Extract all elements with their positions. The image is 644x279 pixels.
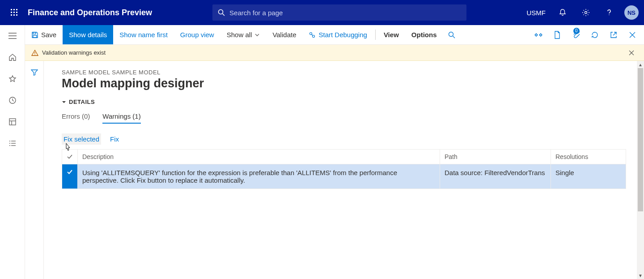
company-picker[interactable]: USMF bbox=[523, 9, 550, 17]
warning-triangle-icon bbox=[31, 49, 38, 56]
options-menu[interactable]: Options bbox=[405, 25, 443, 44]
tab-warnings[interactable]: Warnings (1) bbox=[102, 112, 140, 124]
row-checkbox[interactable] bbox=[62, 164, 78, 189]
start-debugging-button[interactable]: Start Debugging bbox=[302, 25, 373, 44]
filter-icon[interactable] bbox=[27, 65, 42, 80]
view-menu[interactable]: View bbox=[377, 25, 405, 44]
svg-rect-32 bbox=[535, 34, 538, 36]
svg-point-11 bbox=[585, 12, 587, 14]
page-content: SAMPLE MODEL SAMPLE MODEL Model mapping … bbox=[44, 61, 644, 279]
check-icon bbox=[67, 169, 73, 175]
fix-selected-button[interactable]: Fix selected bbox=[62, 133, 101, 145]
left-nav-rail bbox=[0, 25, 25, 279]
popout-icon[interactable] bbox=[605, 25, 623, 45]
svg-line-31 bbox=[453, 36, 455, 39]
svg-rect-3 bbox=[11, 12, 12, 13]
search-command-icon[interactable] bbox=[443, 25, 461, 45]
show-details-button[interactable]: Show details bbox=[63, 25, 113, 44]
global-search[interactable] bbox=[212, 4, 466, 21]
connector-icon[interactable] bbox=[530, 25, 547, 45]
svg-point-12 bbox=[609, 14, 610, 15]
col-description[interactable]: Description bbox=[78, 150, 440, 164]
app-title: Finance and Operations Preview bbox=[28, 8, 152, 17]
attachment-badge: 0 bbox=[573, 28, 580, 34]
show-name-first-button[interactable]: Show name first bbox=[113, 25, 174, 44]
table-row[interactable]: Using 'ALLITEMSQUERY' function for the e… bbox=[62, 164, 626, 189]
hamburger-icon[interactable] bbox=[0, 25, 25, 47]
settings-icon[interactable] bbox=[576, 3, 596, 22]
page-title: Model mapping designer bbox=[62, 77, 626, 90]
header-right: USMF NS bbox=[523, 3, 639, 22]
fix-actions: Fix selected Fix bbox=[62, 133, 626, 145]
vertical-scrollbar[interactable]: ▲ ▼ bbox=[637, 61, 644, 279]
show-all-dropdown[interactable]: Show all bbox=[220, 25, 267, 44]
svg-rect-4 bbox=[13, 12, 15, 13]
svg-rect-33 bbox=[539, 34, 542, 36]
svg-rect-8 bbox=[16, 14, 17, 16]
save-button[interactable]: Save bbox=[25, 25, 63, 44]
svg-line-10 bbox=[223, 14, 225, 16]
notifications-icon[interactable] bbox=[553, 3, 572, 22]
svg-point-28 bbox=[310, 32, 312, 34]
command-bar-right: 0 bbox=[530, 25, 644, 44]
refresh-icon[interactable] bbox=[586, 25, 604, 45]
search-input[interactable] bbox=[229, 9, 461, 17]
save-label: Save bbox=[41, 31, 56, 39]
banner-close-icon[interactable] bbox=[625, 47, 638, 59]
favorites-icon[interactable] bbox=[0, 68, 25, 90]
warnings-table: Description Path Resolutions Using 'ALLI… bbox=[62, 149, 626, 189]
user-avatar[interactable]: NS bbox=[624, 5, 639, 20]
svg-rect-5 bbox=[16, 12, 17, 13]
fix-button[interactable]: Fix bbox=[108, 133, 121, 145]
breadcrumb: SAMPLE MODEL SAMPLE MODEL bbox=[62, 69, 626, 76]
filter-column bbox=[25, 61, 44, 279]
scroll-up-icon[interactable]: ▲ bbox=[637, 61, 644, 68]
select-all-header[interactable] bbox=[62, 150, 78, 164]
tab-errors[interactable]: Errors (0) bbox=[62, 112, 90, 124]
main-area: Save Show details Show name first Group … bbox=[25, 25, 644, 279]
global-header: Finance and Operations Preview USMF NS bbox=[0, 0, 644, 25]
validate-button[interactable]: Validate bbox=[266, 25, 302, 44]
modules-icon[interactable] bbox=[0, 133, 25, 154]
svg-point-9 bbox=[219, 10, 223, 14]
validation-banner: Validation warnings exist bbox=[25, 45, 644, 61]
home-icon[interactable] bbox=[0, 47, 25, 68]
svg-rect-6 bbox=[11, 14, 12, 16]
svg-point-37 bbox=[34, 54, 35, 55]
svg-rect-0 bbox=[11, 9, 12, 10]
help-icon[interactable] bbox=[599, 3, 619, 22]
svg-rect-2 bbox=[16, 9, 17, 10]
close-icon[interactable] bbox=[623, 25, 641, 45]
details-label: DETAILS bbox=[69, 99, 95, 105]
svg-point-30 bbox=[449, 32, 453, 37]
banner-text: Validation warnings exist bbox=[42, 49, 106, 56]
group-view-button[interactable]: Group view bbox=[174, 25, 220, 44]
app-launcher-icon[interactable] bbox=[5, 4, 23, 21]
cell-resolutions: Single bbox=[551, 164, 626, 189]
debug-icon bbox=[309, 31, 316, 39]
col-resolutions[interactable]: Resolutions bbox=[551, 150, 626, 164]
scroll-thumb[interactable] bbox=[638, 68, 643, 211]
svg-point-29 bbox=[313, 35, 315, 37]
caret-down-icon bbox=[62, 100, 66, 104]
cell-description: Using 'ALLITEMSQUERY' function for the e… bbox=[78, 164, 440, 189]
cell-path: Data source: FilteredVendorTrans bbox=[440, 164, 551, 189]
svg-rect-26 bbox=[33, 32, 36, 34]
attachments-icon[interactable]: 0 bbox=[567, 25, 585, 45]
check-icon bbox=[67, 154, 73, 160]
tabs: Errors (0) Warnings (1) bbox=[62, 112, 626, 124]
workspaces-icon[interactable] bbox=[0, 111, 25, 133]
chevron-down-icon bbox=[254, 32, 260, 38]
scroll-down-icon[interactable]: ▼ bbox=[637, 272, 644, 279]
svg-rect-1 bbox=[13, 9, 15, 10]
col-path[interactable]: Path bbox=[440, 150, 551, 164]
svg-rect-17 bbox=[9, 119, 16, 125]
svg-rect-27 bbox=[33, 35, 37, 38]
separator bbox=[375, 30, 376, 40]
command-bar: Save Show details Show name first Group … bbox=[25, 25, 644, 45]
document-icon[interactable] bbox=[548, 25, 566, 45]
recent-icon[interactable] bbox=[0, 90, 25, 111]
details-section-header[interactable]: DETAILS bbox=[62, 99, 626, 105]
search-icon bbox=[218, 9, 225, 16]
svg-rect-7 bbox=[13, 14, 15, 16]
